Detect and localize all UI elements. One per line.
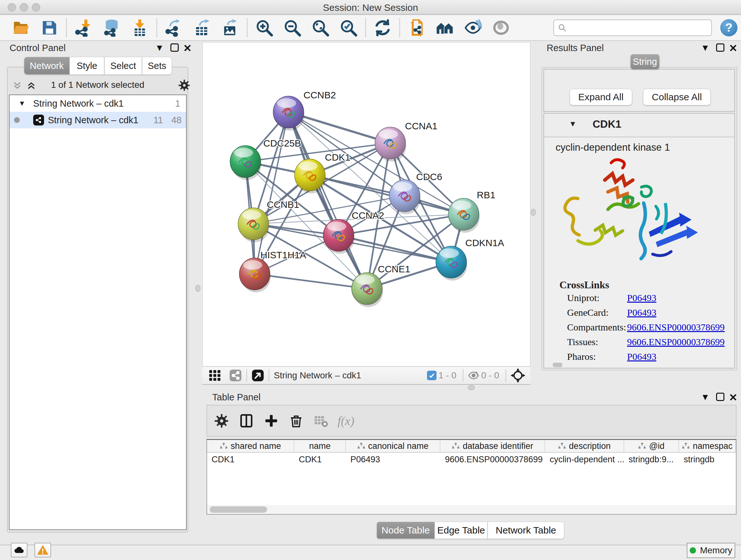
table-panel-menu-arrow[interactable]: ▼ [701,392,710,402]
tab-network[interactable]: Network [24,57,70,75]
results-panel-float-button[interactable] [716,44,724,53]
export-image-button[interactable] [221,18,239,37]
table-cell[interactable]: cyclin-dependent ... [545,453,624,466]
tab-sets[interactable]: Sets [142,57,172,75]
network-node-cdkn1a[interactable]: CDKN1A [436,238,504,281]
search-input[interactable] [567,23,701,33]
column-header-database-identifier[interactable]: database identifier [441,440,545,452]
function-builder-button[interactable]: f(x) [337,412,354,429]
crosslink-link[interactable]: 9606.ENSP00000378699 [627,322,725,333]
column-header-canonical-name[interactable]: canonical name [346,440,441,452]
open-session-button[interactable] [12,18,30,37]
table-cell[interactable]: CDK1 [294,453,346,466]
section-collapse-arrow-icon[interactable]: ▼ [569,119,577,128]
open-in-window-icon[interactable] [252,369,264,382]
network-row-label: String Network – cdk1 [48,115,138,125]
table-hscrollbar[interactable] [207,505,736,514]
share-session-file-button[interactable] [408,18,426,37]
hidden-eye-icon[interactable] [468,370,479,381]
network-canvas[interactable]: CCNB2CCNA1CDC25BCDK1CDC6RB1CCNB1CCNA2CDK… [202,42,530,367]
hide-unhide-button[interactable] [464,18,482,37]
grid-view-icon[interactable] [209,369,221,382]
delete-column-button[interactable] [287,412,305,429]
expand-all-button[interactable]: Expand All [569,89,632,105]
results-panel-menu-arrow[interactable]: ▼ [701,43,710,53]
table-row[interactable]: CDK1CDK1P064939606.ENSP00000378699cyclin… [207,453,736,466]
zoom-selected-button[interactable] [339,18,358,37]
network-node-ccnb1[interactable]: CCNB1 [238,199,299,242]
cloud-button[interactable] [11,543,27,557]
control-panel-float-button[interactable] [171,44,179,53]
export-network-button[interactable] [165,18,183,37]
control-panel-menu-arrow[interactable]: ▼ [155,43,164,53]
bottom-splitter-handle[interactable] [468,385,475,390]
tree-expand-arrow-icon[interactable]: ▼ [18,99,25,108]
crosslink-link[interactable]: P06493 [627,293,657,303]
results-panel-close-button[interactable]: ✕ [729,42,738,54]
warnings-button[interactable] [35,543,51,557]
help-button[interactable]: ? [720,19,738,37]
zoom-selected-icon [340,19,357,37]
protein-name: CDK1 [593,118,621,130]
crosslink-link[interactable]: P06493 [627,351,657,362]
table-settings-button[interactable] [213,412,230,429]
tab-select[interactable]: Select [105,57,142,75]
share-view-icon[interactable] [229,369,242,382]
network-collection-row[interactable]: ▼ String Network – cdk1 1 [10,95,186,112]
table-cell[interactable]: stringdb:9... [624,453,679,466]
table-panel-close-button[interactable]: ✕ [729,391,738,403]
table-cell[interactable]: 9606.ENSP00000378699 [441,453,545,466]
network-row-selected[interactable]: String Network – cdk1 11 48 [10,112,186,128]
network-node-ccne1[interactable]: CCNE1 [352,264,410,307]
zoom-in-button[interactable] [255,18,273,37]
network-node-cdk1[interactable]: CDK1 [294,152,350,193]
column-header-name[interactable]: name [294,440,346,452]
crosslink-link[interactable]: 9606.ENSP00000378699 [627,336,725,348]
column-header-description[interactable]: description [545,440,624,452]
selected-checkbox-icon[interactable] [427,371,436,380]
network-node-cdc6[interactable]: CDC6 [389,172,442,214]
tab-style[interactable]: Style [70,57,105,75]
tab-edge-table[interactable]: Edge Table [434,522,488,539]
memory-button[interactable]: Memory [687,543,735,558]
network-edge[interactable] [255,274,367,289]
tab-network-table[interactable]: Network Table [488,522,564,539]
apply-layout-button[interactable] [374,18,392,37]
table-cell[interactable]: CDK1 [207,453,294,466]
zoom-out-button[interactable] [283,18,301,37]
delete-table-button[interactable] [313,412,330,429]
bird-eye-view-button[interactable] [492,18,510,37]
table-cell[interactable]: stringdb [679,453,736,466]
export-table-button[interactable] [193,18,211,37]
table-cell[interactable]: P06493 [346,453,441,466]
results-scroll-nub[interactable] [553,363,562,367]
column-header-shared-name[interactable]: shared name [207,440,294,452]
column-header--id[interactable]: @id [624,440,679,452]
zoom-fit-button[interactable] [311,18,330,37]
network-node-rb1[interactable]: RB1 [448,190,495,233]
right-splitter-handle[interactable] [531,209,536,216]
left-splitter-handle[interactable] [195,285,200,292]
protein-section-header[interactable]: ▼ CDK1 [544,114,734,137]
import-table-button[interactable] [131,18,149,37]
results-tab-string[interactable]: String [630,54,659,69]
save-session-button[interactable] [40,18,59,37]
import-network-button[interactable] [74,18,93,37]
create-column-button[interactable] [263,412,280,429]
fit-crosshair-icon[interactable] [511,368,525,383]
hscrollbar-thumb[interactable] [210,506,267,513]
import-database-button[interactable] [103,18,121,37]
tab-node-table[interactable]: Node Table [377,522,434,539]
collapse-all-button[interactable]: Collapse All [643,89,711,105]
gear-icon[interactable] [178,79,190,91]
column-header-namespac[interactable]: namespac [679,440,736,452]
table-panel-float-button[interactable] [716,393,724,402]
network-node-ccna1[interactable]: CCNA1 [375,121,437,162]
control-panel-close-button[interactable]: ✕ [183,42,192,54]
network-node-hist1h1a[interactable]: HIST1H1A [239,250,306,293]
home-button[interactable] [435,18,454,37]
show-columns-button[interactable] [238,412,255,429]
network-graph[interactable]: CCNB2CCNA1CDC25BCDK1CDC6RB1CCNB1CCNA2CDK… [203,43,530,366]
crosslink-link[interactable]: P06493 [627,307,657,318]
toolbar-search-field[interactable] [553,19,712,36]
